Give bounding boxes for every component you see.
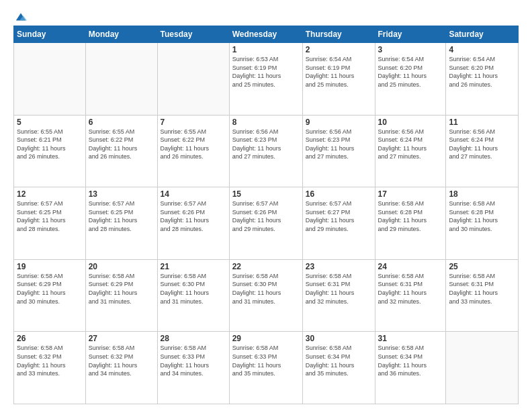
calendar-cell: 15Sunrise: 6:57 AM Sunset: 6:26 PM Dayli… — [229, 187, 302, 260]
day-number: 9 — [306, 118, 372, 127]
day-number: 18 — [449, 189, 515, 199]
day-info: Sunrise: 6:54 AM Sunset: 6:20 PM Dayligh… — [378, 55, 443, 89]
calendar-cell: 12Sunrise: 6:57 AM Sunset: 6:25 PM Dayli… — [14, 187, 86, 260]
day-number: 24 — [378, 262, 443, 271]
calendar-week-0: 1Sunrise: 6:53 AM Sunset: 6:19 PM Daylig… — [14, 43, 519, 116]
calendar-cell: 30Sunrise: 6:58 AM Sunset: 6:34 PM Dayli… — [302, 332, 375, 404]
calendar-cell: 7Sunrise: 6:55 AM Sunset: 6:22 PM Daylig… — [157, 115, 229, 187]
day-info: Sunrise: 6:55 AM Sunset: 6:21 PM Dayligh… — [17, 128, 83, 161]
day-number: 25 — [449, 262, 515, 271]
calendar-cell: 13Sunrise: 6:57 AM Sunset: 6:25 PM Dayli… — [85, 187, 157, 260]
day-info: Sunrise: 6:57 AM Sunset: 6:25 PM Dayligh… — [89, 199, 154, 233]
calendar-cell: 22Sunrise: 6:58 AM Sunset: 6:30 PM Dayli… — [229, 259, 302, 332]
calendar-header-saturday: Saturday — [446, 26, 519, 43]
day-info: Sunrise: 6:58 AM Sunset: 6:29 PM Dayligh… — [89, 272, 154, 306]
logo-icon — [15, 11, 27, 23]
day-info: Sunrise: 6:57 AM Sunset: 6:26 PM Dayligh… — [232, 199, 300, 233]
calendar-cell — [85, 43, 157, 116]
calendar-cell: 16Sunrise: 6:57 AM Sunset: 6:27 PM Dayli… — [302, 187, 375, 260]
day-info: Sunrise: 6:58 AM Sunset: 6:31 PM Dayligh… — [378, 272, 443, 306]
day-number: 15 — [232, 189, 300, 199]
calendar-cell: 31Sunrise: 6:58 AM Sunset: 6:34 PM Dayli… — [375, 332, 446, 404]
calendar-header-thursday: Thursday — [302, 26, 375, 43]
calendar-week-1: 5Sunrise: 6:55 AM Sunset: 6:21 PM Daylig… — [14, 115, 519, 187]
day-number: 31 — [378, 334, 443, 343]
day-info: Sunrise: 6:56 AM Sunset: 6:24 PM Dayligh… — [449, 128, 515, 161]
calendar-cell: 3Sunrise: 6:54 AM Sunset: 6:20 PM Daylig… — [375, 43, 446, 116]
calendar-cell: 1Sunrise: 6:53 AM Sunset: 6:19 PM Daylig… — [229, 43, 302, 116]
day-info: Sunrise: 6:55 AM Sunset: 6:22 PM Dayligh… — [89, 128, 154, 161]
calendar-header-row: SundayMondayTuesdayWednesdayThursdayFrid… — [14, 26, 519, 43]
calendar-week-3: 19Sunrise: 6:58 AM Sunset: 6:29 PM Dayli… — [14, 259, 519, 332]
calendar-cell: 4Sunrise: 6:54 AM Sunset: 6:20 PM Daylig… — [446, 43, 519, 116]
calendar-cell: 29Sunrise: 6:58 AM Sunset: 6:33 PM Dayli… — [229, 332, 302, 404]
day-info: Sunrise: 6:58 AM Sunset: 6:29 PM Dayligh… — [17, 272, 83, 306]
day-info: Sunrise: 6:58 AM Sunset: 6:34 PM Dayligh… — [378, 344, 443, 377]
calendar-header-wednesday: Wednesday — [229, 26, 302, 43]
day-info: Sunrise: 6:58 AM Sunset: 6:33 PM Dayligh… — [161, 344, 226, 377]
calendar-cell: 14Sunrise: 6:57 AM Sunset: 6:26 PM Dayli… — [157, 187, 229, 260]
day-info: Sunrise: 6:58 AM Sunset: 6:32 PM Dayligh… — [89, 344, 154, 377]
day-number: 21 — [161, 262, 226, 271]
calendar-cell: 8Sunrise: 6:56 AM Sunset: 6:23 PM Daylig… — [229, 115, 302, 187]
day-number: 19 — [17, 262, 83, 271]
day-number: 22 — [232, 262, 300, 271]
day-number: 17 — [378, 189, 443, 199]
header — [13, 11, 519, 23]
calendar-cell: 5Sunrise: 6:55 AM Sunset: 6:21 PM Daylig… — [14, 115, 86, 187]
day-info: Sunrise: 6:57 AM Sunset: 6:26 PM Dayligh… — [161, 199, 226, 233]
calendar-cell: 10Sunrise: 6:56 AM Sunset: 6:24 PM Dayli… — [375, 115, 446, 187]
calendar-cell: 26Sunrise: 6:58 AM Sunset: 6:32 PM Dayli… — [14, 332, 86, 404]
day-number: 10 — [378, 118, 443, 127]
day-number: 2 — [306, 45, 372, 54]
calendar-cell: 2Sunrise: 6:54 AM Sunset: 6:19 PM Daylig… — [302, 43, 375, 116]
day-info: Sunrise: 6:58 AM Sunset: 6:30 PM Dayligh… — [232, 272, 300, 306]
day-number: 6 — [89, 118, 154, 127]
calendar-cell: 20Sunrise: 6:58 AM Sunset: 6:29 PM Dayli… — [85, 259, 157, 332]
calendar-header-monday: Monday — [85, 26, 157, 43]
calendar-cell: 19Sunrise: 6:58 AM Sunset: 6:29 PM Dayli… — [14, 259, 86, 332]
calendar-cell: 11Sunrise: 6:56 AM Sunset: 6:24 PM Dayli… — [446, 115, 519, 187]
day-info: Sunrise: 6:57 AM Sunset: 6:25 PM Dayligh… — [17, 199, 83, 233]
day-info: Sunrise: 6:53 AM Sunset: 6:19 PM Dayligh… — [232, 55, 300, 89]
day-info: Sunrise: 6:56 AM Sunset: 6:23 PM Dayligh… — [306, 128, 372, 161]
calendar-header-tuesday: Tuesday — [157, 26, 229, 43]
day-info: Sunrise: 6:58 AM Sunset: 6:31 PM Dayligh… — [306, 272, 372, 306]
day-info: Sunrise: 6:58 AM Sunset: 6:33 PM Dayligh… — [232, 344, 300, 377]
day-number: 4 — [449, 45, 515, 54]
day-info: Sunrise: 6:54 AM Sunset: 6:20 PM Dayligh… — [449, 55, 515, 89]
day-number: 3 — [378, 45, 443, 54]
day-info: Sunrise: 6:58 AM Sunset: 6:34 PM Dayligh… — [306, 344, 372, 377]
calendar-week-2: 12Sunrise: 6:57 AM Sunset: 6:25 PM Dayli… — [14, 187, 519, 260]
day-number: 27 — [89, 334, 154, 343]
day-number: 26 — [17, 334, 83, 343]
day-info: Sunrise: 6:56 AM Sunset: 6:23 PM Dayligh… — [232, 128, 300, 161]
calendar-cell: 18Sunrise: 6:58 AM Sunset: 6:28 PM Dayli… — [446, 187, 519, 260]
calendar-cell: 27Sunrise: 6:58 AM Sunset: 6:32 PM Dayli… — [85, 332, 157, 404]
calendar-header-friday: Friday — [375, 26, 446, 43]
day-number: 12 — [17, 189, 83, 199]
day-number: 8 — [232, 118, 300, 127]
calendar-cell: 6Sunrise: 6:55 AM Sunset: 6:22 PM Daylig… — [85, 115, 157, 187]
calendar-week-4: 26Sunrise: 6:58 AM Sunset: 6:32 PM Dayli… — [14, 332, 519, 404]
day-number: 14 — [161, 189, 226, 199]
day-info: Sunrise: 6:57 AM Sunset: 6:27 PM Dayligh… — [306, 199, 372, 233]
calendar: SundayMondayTuesdayWednesdayThursdayFrid… — [13, 26, 519, 404]
calendar-cell: 23Sunrise: 6:58 AM Sunset: 6:31 PM Dayli… — [302, 259, 375, 332]
day-number: 5 — [17, 118, 83, 127]
day-info: Sunrise: 6:54 AM Sunset: 6:19 PM Dayligh… — [306, 55, 372, 89]
day-number: 11 — [449, 118, 515, 127]
calendar-cell: 21Sunrise: 6:58 AM Sunset: 6:30 PM Dayli… — [157, 259, 229, 332]
calendar-cell: 17Sunrise: 6:58 AM Sunset: 6:28 PM Dayli… — [375, 187, 446, 260]
day-info: Sunrise: 6:58 AM Sunset: 6:28 PM Dayligh… — [449, 199, 515, 233]
day-number: 16 — [306, 189, 372, 199]
day-number: 23 — [306, 262, 372, 271]
day-number: 20 — [89, 262, 154, 271]
day-info: Sunrise: 6:58 AM Sunset: 6:32 PM Dayligh… — [17, 344, 83, 377]
day-number: 29 — [232, 334, 300, 343]
day-info: Sunrise: 6:56 AM Sunset: 6:24 PM Dayligh… — [378, 128, 443, 161]
day-info: Sunrise: 6:55 AM Sunset: 6:22 PM Dayligh… — [161, 128, 226, 161]
day-info: Sunrise: 6:58 AM Sunset: 6:28 PM Dayligh… — [378, 199, 443, 233]
calendar-header-sunday: Sunday — [14, 26, 86, 43]
calendar-cell — [14, 43, 86, 116]
